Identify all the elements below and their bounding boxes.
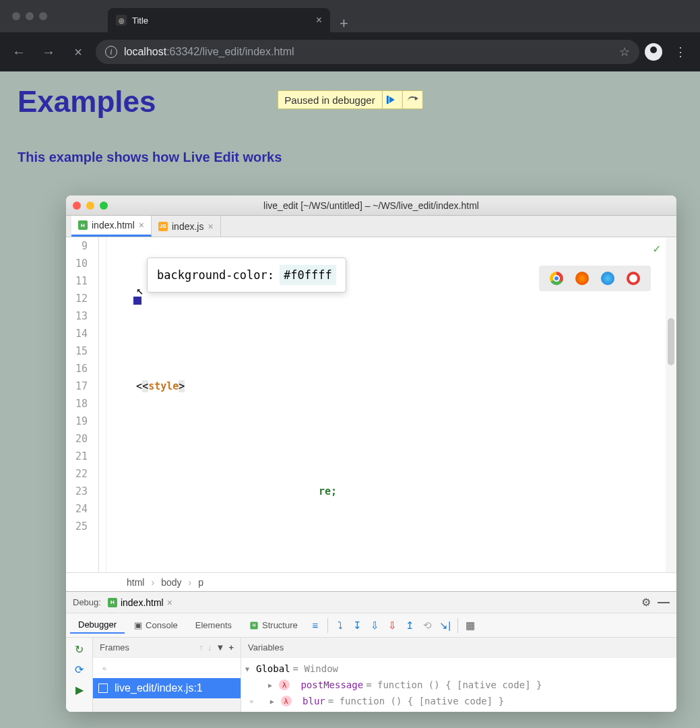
step-over-icon[interactable]: ⤵ (332, 617, 348, 634)
editor-tabs: H index.html × JS index.js × (66, 216, 676, 237)
bookmark-star-icon[interactable]: ☆ (619, 44, 630, 59)
url-host: localhost (124, 46, 166, 57)
lambda-icon: λ (281, 696, 292, 706)
stop-reload-button[interactable]: × (66, 40, 90, 64)
editor-breadcrumb[interactable]: html› body› p (66, 572, 676, 591)
debug-toolbar: Debugger ▣Console Elements HStructure ≡ … (66, 613, 676, 638)
resume-button[interactable] (382, 91, 402, 109)
fold-gutter (92, 237, 106, 572)
line-number-gutter: 910111213141516171819202122232425 (66, 237, 92, 572)
browser-menu-icon[interactable]: ⋮ (668, 44, 693, 59)
editor-scrollbar[interactable] (666, 237, 676, 572)
frames-panel: Frames ↑ ↓ ▼ + « live_edit/index.js:1 (93, 638, 241, 712)
debug-tool-window: Debug: H index.html × ⚙ — Debugger ▣Cons… (66, 591, 676, 712)
forward-button[interactable]: → (36, 40, 61, 64)
update-icon[interactable]: ⟳ (72, 662, 87, 677)
close-tab-icon[interactable]: × (316, 14, 322, 26)
tab-title: Title (132, 16, 148, 26)
css-value-tooltip: background-color: #f0ffff (147, 257, 346, 293)
prev-frame-icon[interactable]: ↑ (199, 642, 204, 653)
editor-area[interactable]: 910111213141516171819202122232425 ✓ back… (66, 237, 676, 572)
settings-gear-icon[interactable]: ⚙ (641, 596, 651, 609)
code-editor[interactable]: ✓ background-color: #f0ffff ↖ <<style> x… (106, 237, 666, 572)
editor-tab-index-js[interactable]: JS index.js × (152, 216, 221, 237)
step-out-icon[interactable]: ↥ (402, 617, 418, 634)
debug-run-config[interactable]: H index.html × (108, 597, 172, 608)
breadcrumb-item[interactable]: html (127, 577, 144, 588)
open-in-browser-toolbar (539, 266, 651, 291)
page-subheading: This example shows how Live Edit works (18, 150, 682, 165)
drop-frame-icon[interactable]: ⟲ (420, 617, 436, 634)
variables-label: Variables (248, 642, 284, 653)
frame-label: live_edit/index.js:1 (115, 682, 203, 694)
address-bar[interactable]: i localhost:63342/live_edit/index.html ☆ (96, 40, 639, 64)
variable-row[interactable]: ▶λ postMessage = function () { [native c… (245, 677, 672, 693)
step-into-icon[interactable]: ↧ (350, 617, 366, 634)
hide-panel-icon[interactable]: — (658, 595, 670, 609)
tab-label: index.js (172, 221, 203, 232)
mac-close-icon[interactable] (73, 202, 81, 210)
site-info-icon[interactable]: i (105, 46, 117, 58)
tab-console[interactable]: ▣Console (126, 617, 186, 633)
ide-window: live_edit [~/WS/untitled] – ~/WS/live_ed… (66, 195, 676, 712)
new-tab-button[interactable]: + (330, 15, 358, 32)
html-file-icon: H (108, 598, 117, 607)
url-port: :63342 (166, 46, 199, 57)
color-swatch-icon[interactable] (133, 297, 141, 305)
debugger-paused-overlay: Paused in debugger (277, 90, 422, 109)
js-file-icon: JS (158, 222, 168, 231)
frame-icon (98, 684, 108, 693)
debugger-paused-text: Paused in debugger (278, 94, 381, 106)
debug-label: Debug: (73, 597, 101, 607)
tab-debugger[interactable]: Debugger (70, 617, 125, 634)
smart-step-into-icon[interactable]: ⇩ (385, 617, 401, 634)
breadcrumb-item[interactable]: p (198, 577, 203, 588)
close-tab-icon[interactable]: × (139, 220, 144, 231)
browser-toolbar: ← → × i localhost:63342/live_edit/index.… (0, 32, 700, 71)
favicon-icon: ◎ (116, 15, 127, 26)
close-icon[interactable]: × (167, 597, 172, 608)
step-over-button[interactable] (402, 91, 422, 109)
tab-strip-bar: ◎ Title × + (0, 0, 700, 32)
add-icon[interactable]: + (228, 642, 234, 653)
chrome-icon[interactable] (550, 272, 563, 285)
profile-avatar-icon[interactable] (645, 43, 662, 61)
filter-icon[interactable]: ▼ (216, 642, 225, 653)
variables-panel: Variables ▼Global = Window ▶λ postMessag… (241, 638, 676, 712)
firefox-icon[interactable] (575, 272, 589, 285)
ide-window-title: live_edit [~/WS/untitled] – ~/WS/live_ed… (263, 200, 479, 211)
editor-tab-index-html[interactable]: H index.html × (71, 216, 152, 237)
window-controls (12, 12, 47, 20)
rerun-icon[interactable]: ↻ (72, 642, 87, 657)
variable-row[interactable]: »▶λ blur = function () { [native code] } (245, 693, 672, 709)
evaluate-expression-icon[interactable]: ▦ (462, 617, 478, 634)
html-file-icon: H (78, 220, 88, 230)
back-button[interactable]: ← (7, 40, 31, 64)
mac-maximize-icon[interactable] (100, 202, 108, 210)
lambda-icon: λ (279, 679, 290, 690)
tooltip-value: #f0ffff (280, 265, 336, 285)
resume-icon (389, 96, 395, 103)
safari-icon[interactable] (601, 272, 614, 285)
force-step-into-icon[interactable]: ⇩ (367, 617, 383, 634)
mac-minimize-icon[interactable] (86, 202, 94, 210)
step-over-icon (408, 96, 417, 103)
variable-row[interactable]: ▼Global = Window (245, 661, 672, 677)
close-tab-icon[interactable]: × (208, 221, 213, 232)
debug-side-toolbar: ↻ ⟳ ▶ (66, 638, 93, 712)
threads-icon[interactable]: ≡ (307, 617, 323, 634)
tab-structure[interactable]: HStructure (241, 617, 306, 633)
tab-label: index.html (92, 220, 135, 231)
page-content: Paused in debugger Examples This example… (0, 71, 700, 179)
run-to-cursor-icon[interactable]: ↘| (437, 617, 453, 634)
breadcrumb-item[interactable]: body (161, 577, 181, 588)
tooltip-label: background-color: (157, 266, 274, 284)
frames-label: Frames (100, 642, 129, 653)
inspection-ok-icon[interactable]: ✓ (653, 240, 660, 257)
next-frame-icon[interactable]: ↓ (208, 642, 212, 653)
resume-program-icon[interactable]: ▶ (72, 682, 87, 697)
tab-elements[interactable]: Elements (187, 617, 240, 633)
opera-icon[interactable] (627, 272, 640, 285)
frame-row[interactable]: live_edit/index.js:1 (93, 678, 241, 698)
browser-tab-active[interactable]: ◎ Title × (108, 8, 330, 32)
